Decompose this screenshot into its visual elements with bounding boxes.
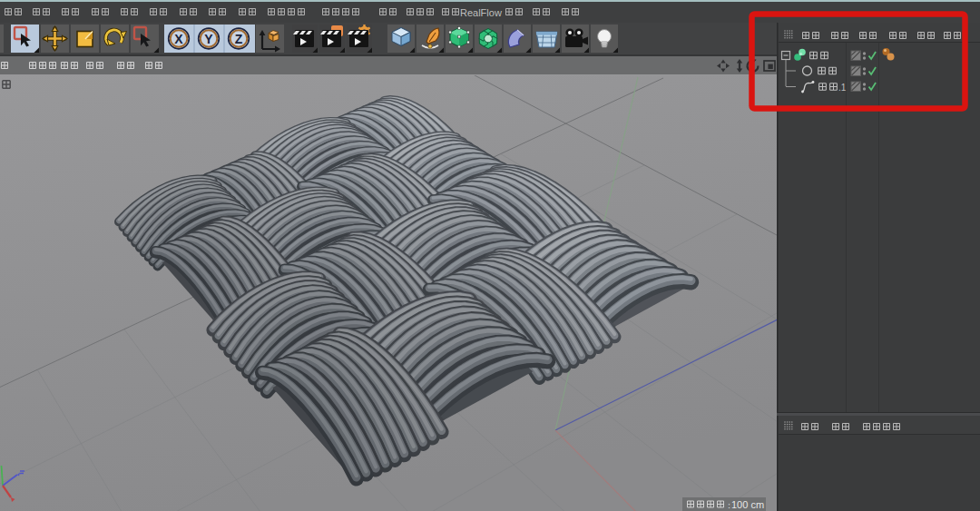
svg-text:RealFlow: RealFlow: [460, 7, 502, 18]
svg-text:100 cm: 100 cm: [731, 499, 764, 510]
svg-text:Z: Z: [235, 32, 243, 46]
svg-text:X: X: [174, 32, 183, 46]
svg-text:Y: Y: [204, 32, 213, 46]
svg-text:.1: .1: [838, 83, 847, 93]
